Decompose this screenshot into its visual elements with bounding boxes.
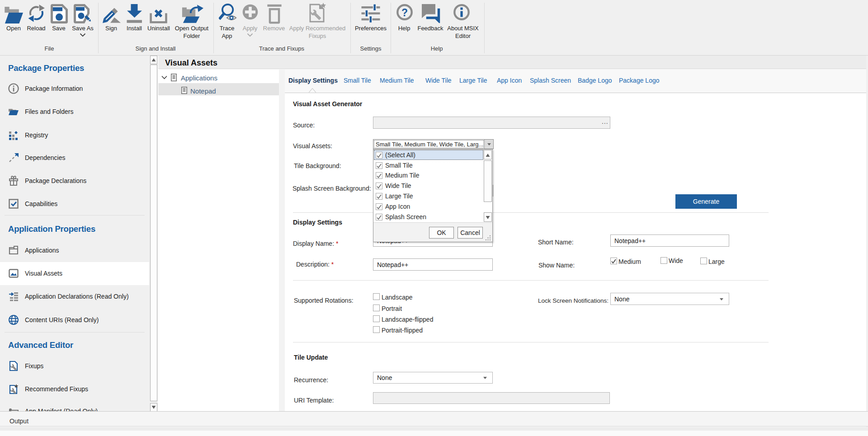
svg-text:?: ? [401,7,408,19]
